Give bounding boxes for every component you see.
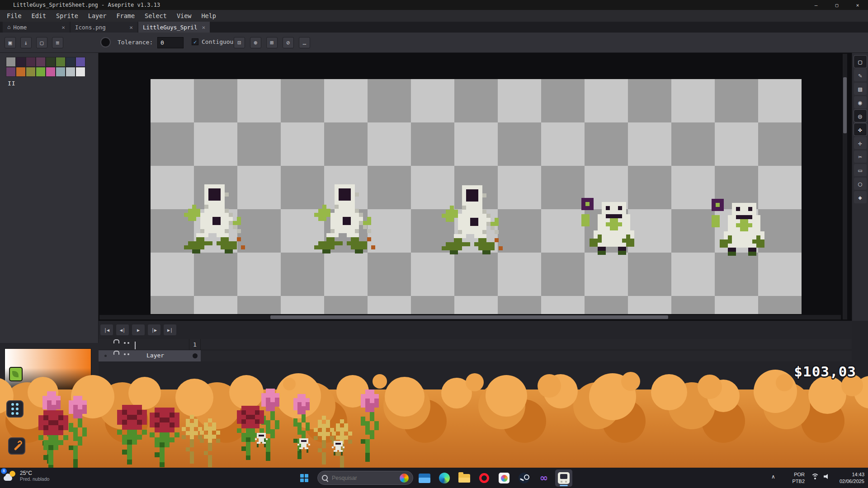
menu-select[interactable]: Select xyxy=(140,10,172,22)
spray-tool[interactable]: ▧ xyxy=(854,83,867,95)
taskbar-clock[interactable]: 14:43 02/06/2025 xyxy=(835,471,864,485)
prev-frame-button[interactable]: ◀| xyxy=(116,324,129,335)
palette-swatch[interactable] xyxy=(66,67,75,77)
stamp-button[interactable]: ⊕ xyxy=(250,37,261,48)
more-options-button[interactable]: … xyxy=(299,37,310,48)
taskbar-app-steam[interactable] xyxy=(515,469,533,487)
palette-swatch[interactable] xyxy=(56,57,66,67)
onion-skin-icon[interactable] xyxy=(135,342,136,349)
contiguous-checkbox[interactable]: ✓ xyxy=(192,38,198,45)
taskbar: 8 25°C Pred. nublado ∞ ∧ POR xyxy=(0,468,868,488)
menu-help[interactable]: Help xyxy=(196,10,221,22)
copilot-icon[interactable] xyxy=(400,474,409,483)
window-controls: – ▢ ✕ xyxy=(806,0,868,10)
steam-icon xyxy=(519,473,529,483)
menu-edit[interactable]: Edit xyxy=(27,10,52,22)
taskbar-app-aseprite[interactable] xyxy=(555,469,572,487)
palette-size-button[interactable]: ▢ xyxy=(36,37,47,48)
hand-tool[interactable]: ✛ xyxy=(854,137,867,149)
palette-swatch[interactable] xyxy=(75,67,85,77)
canvas-vertical-scrollbar[interactable] xyxy=(843,54,847,319)
edge-icon xyxy=(439,473,450,483)
palette-swatch[interactable] xyxy=(36,57,46,67)
taskbar-app-edge[interactable] xyxy=(436,469,453,487)
tool-option-buttons: ⊡⊕⊞⊘… xyxy=(234,37,310,48)
game-pause-button[interactable] xyxy=(6,400,24,418)
brush-preview-icon[interactable] xyxy=(100,37,111,47)
cel-indicator[interactable] xyxy=(193,353,198,358)
wifi-icon[interactable] xyxy=(811,474,819,479)
notification-badge: 8 xyxy=(1,468,7,474)
palette-swatch[interactable] xyxy=(56,67,66,77)
palette-swatch[interactable] xyxy=(46,57,56,67)
pencil-tool[interactable]: ✎ xyxy=(854,69,867,81)
tab-home[interactable]: ⌂Home× xyxy=(3,22,70,33)
taskbar-app-folder[interactable] xyxy=(456,469,473,487)
palette-swatch[interactable] xyxy=(66,57,75,67)
tab-close-icon[interactable]: × xyxy=(125,24,133,31)
palette-swatch[interactable] xyxy=(6,67,16,77)
taskbar-app-file-explorer[interactable] xyxy=(416,469,433,487)
contiguous-option[interactable]: ✓ Contiguous xyxy=(192,38,237,45)
palette-menu-button[interactable]: ≡ xyxy=(52,37,63,48)
hue-slider[interactable] xyxy=(26,404,80,409)
palette-swatch[interactable] xyxy=(75,57,85,67)
ellipse-tool[interactable]: ◯ xyxy=(854,178,867,190)
taskbar-app-opera[interactable] xyxy=(476,469,493,487)
taskbar-app-photos[interactable] xyxy=(495,469,513,487)
palette-swatch[interactable] xyxy=(26,67,36,77)
layer-name[interactable]: Layer xyxy=(146,352,164,359)
gradient-tool[interactable]: ◆ xyxy=(854,191,867,203)
canvas-horizontal-scrollbar[interactable] xyxy=(99,315,841,319)
foreground-color-swatch[interactable] xyxy=(9,367,23,381)
tab-littleguys-spril[interactable]: LittleGuys_Spril× xyxy=(138,22,210,33)
play-button[interactable]: ▶ xyxy=(132,324,145,335)
menu-view[interactable]: View xyxy=(172,10,197,22)
symmetry-button[interactable]: ⊘ xyxy=(283,37,294,48)
palette-swatch[interactable] xyxy=(16,57,26,67)
search-input[interactable] xyxy=(332,475,391,481)
rectangular-marquee-tool[interactable]: ▢ xyxy=(854,56,867,68)
palette-swatch[interactable] xyxy=(36,67,46,77)
first-frame-button[interactable]: |◀ xyxy=(100,324,113,335)
rectangle-tool[interactable]: ▭ xyxy=(854,164,867,176)
palette-sort-button[interactable]: ▣ xyxy=(5,37,16,48)
next-frame-button[interactable]: |▶ xyxy=(148,324,160,335)
maximize-button[interactable]: ▢ xyxy=(826,0,847,10)
palette-swatch[interactable] xyxy=(26,57,36,67)
palette-swatch[interactable] xyxy=(16,67,26,77)
palette-swatch[interactable] xyxy=(46,67,56,77)
eyedropper-tool[interactable]: ◉ xyxy=(854,96,867,108)
menu-sprite[interactable]: Sprite xyxy=(51,10,83,22)
vertical-scrollbar-thumb[interactable] xyxy=(843,77,847,133)
tab-icons-png[interactable]: Icons.png× xyxy=(71,22,137,33)
tab-close-icon[interactable]: × xyxy=(57,24,65,31)
pixel-perfect-button[interactable]: ⊡ xyxy=(234,37,245,48)
tolerance-input[interactable] xyxy=(157,37,184,48)
zoom-tool[interactable]: ◎ xyxy=(854,110,867,122)
last-frame-button[interactable]: ▶| xyxy=(164,324,176,335)
menu-file[interactable]: File xyxy=(2,10,27,22)
palette-swatch[interactable] xyxy=(6,57,16,67)
menu-layer[interactable]: Layer xyxy=(83,10,112,22)
minimize-button[interactable]: – xyxy=(806,0,826,10)
tab-close-icon[interactable]: × xyxy=(197,24,205,31)
tray-chevron-icon[interactable]: ∧ xyxy=(771,474,775,480)
move-tool[interactable]: ✜ xyxy=(854,123,867,136)
layer-row[interactable]: Layer xyxy=(99,350,852,361)
palette-presets-button[interactable]: ↓ xyxy=(20,37,32,48)
canvas[interactable] xyxy=(99,53,852,321)
weather-widget[interactable]: 8 25°C Pred. nublado xyxy=(4,470,49,482)
taskbar-search[interactable] xyxy=(317,471,413,485)
grid-snap-button[interactable]: ⊞ xyxy=(266,37,278,48)
menu-frame[interactable]: Frame xyxy=(111,10,140,22)
start-button[interactable] xyxy=(295,470,314,486)
frame-number-header[interactable]: 1 xyxy=(189,339,201,350)
taskbar-app-visual-studio[interactable]: ∞ xyxy=(535,469,552,487)
canvas-sprite-robot-walk xyxy=(310,184,383,253)
horizontal-scrollbar-thumb[interactable] xyxy=(270,315,668,319)
game-settings-button[interactable] xyxy=(8,437,25,455)
language-indicator[interactable]: POR PTB2 xyxy=(783,471,805,485)
close-button[interactable]: ✕ xyxy=(847,0,868,10)
slice-tool[interactable]: ✂ xyxy=(854,150,867,163)
